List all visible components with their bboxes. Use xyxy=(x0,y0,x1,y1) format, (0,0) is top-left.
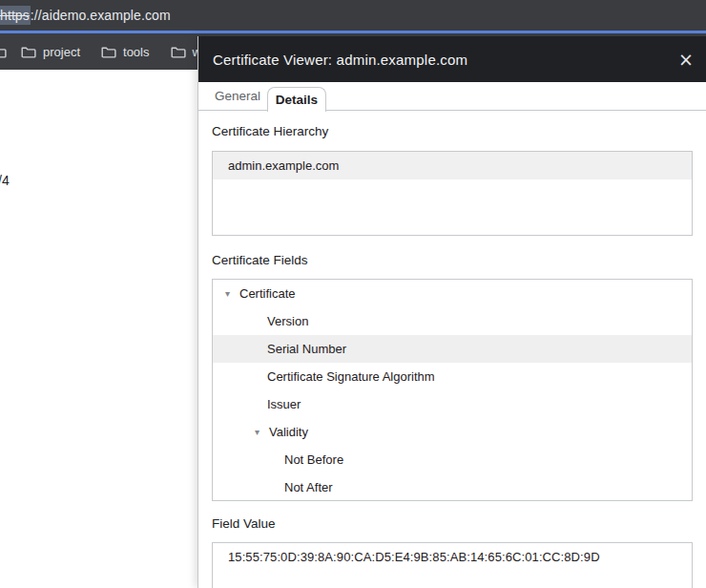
tree-item-label: Serial Number xyxy=(267,342,346,356)
tree-item-certificate[interactable]: ▾ Certificate xyxy=(213,280,692,307)
tree-item-serial-number[interactable]: Serial Number xyxy=(213,335,692,363)
hierarchy-item-label: admin.example.com xyxy=(228,158,339,173)
tree-item-version[interactable]: Version xyxy=(213,307,692,335)
tree-item-certificate-signature-algorithm[interactable]: Certificate Signature Algorithm xyxy=(213,363,692,390)
bookmark-label: tools xyxy=(123,45,149,59)
page-text: /4 xyxy=(0,173,10,188)
certificate-viewer-dialog: Certificate Viewer: admin.example.com × … xyxy=(197,36,706,588)
field-value-label: Field Value xyxy=(212,516,276,531)
tree-item-label: Not After xyxy=(284,480,333,494)
bookmark-item-project[interactable]: project xyxy=(21,45,80,59)
tree-item-label: Issuer xyxy=(267,397,301,411)
certificate-fields-tree: ▾ Certificate Version Serial Number Cert… xyxy=(212,279,693,501)
bookmark-item-tools[interactable]: tools xyxy=(101,45,149,59)
folder-icon xyxy=(21,46,36,58)
certificate-fields-label: Certificate Fields xyxy=(212,253,308,267)
bookmark-label: project xyxy=(43,45,80,59)
close-icon[interactable]: × xyxy=(678,51,694,69)
dialog-title: Certificate Viewer: admin.example.com xyxy=(213,52,467,68)
certificate-hierarchy-box: admin.example.com xyxy=(212,151,693,236)
tree-item-label: Certificate Signature Algorithm xyxy=(267,369,435,384)
tab-strip: General Details xyxy=(198,82,706,111)
expand-arrow-icon[interactable]: ▾ xyxy=(225,288,230,298)
tab-details[interactable]: Details xyxy=(267,87,326,112)
tree-item-not-before[interactable]: Not Before xyxy=(213,446,692,473)
tree-item-label: Validity xyxy=(269,425,308,439)
address-bar[interactable]: https://aidemo.example.com xyxy=(0,0,706,31)
certificate-hierarchy-label: Certificate Hierarchy xyxy=(212,124,328,138)
tab-general[interactable]: General xyxy=(211,82,264,111)
tree-item-label: Not Before xyxy=(284,452,343,467)
tree-item-label: Certificate xyxy=(239,286,296,301)
folder-icon xyxy=(101,46,116,58)
tree-item-label: Version xyxy=(267,314,308,328)
url-scheme[interactable]: https xyxy=(0,6,31,25)
browser-window: https://aidemo.example.com project tools… xyxy=(0,0,706,588)
tree-item-issuer[interactable]: Issuer xyxy=(213,390,692,418)
folder-icon xyxy=(171,46,186,58)
page-background: /4 xyxy=(0,70,197,588)
bookmark-item-partial[interactable] xyxy=(0,46,7,58)
url-text[interactable]: https://aidemo.example.com xyxy=(0,8,171,23)
tree-item-not-after[interactable]: Not After xyxy=(213,473,692,501)
hierarchy-item-admin-example-com[interactable]: admin.example.com xyxy=(213,152,692,179)
dialog-header: Certificate Viewer: admin.example.com × xyxy=(198,36,706,82)
field-value-text: 15:55:75:0D:39:8A:90:CA:D5:E4:9B:85:AB:1… xyxy=(213,543,692,571)
expand-arrow-icon[interactable]: ▾ xyxy=(255,427,260,436)
url-rest[interactable]: ://aidemo.example.com xyxy=(31,8,171,23)
field-value-box[interactable]: 15:55:75:0D:39:8A:90:CA:D5:E4:9B:85:AB:1… xyxy=(212,542,693,588)
tree-item-validity[interactable]: ▾ Validity xyxy=(213,418,692,446)
folder-icon xyxy=(0,46,7,58)
